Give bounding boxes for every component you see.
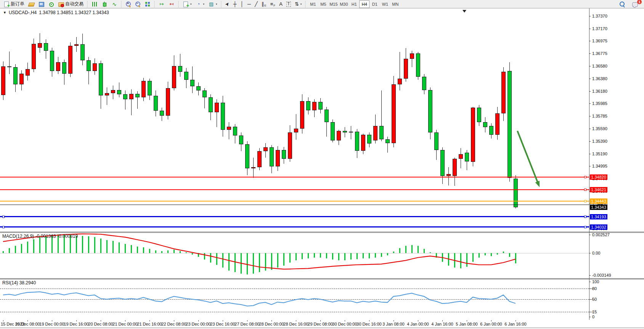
price-tick-label: 1.36180: [592, 89, 607, 94]
price-tick-label: 1.35390: [592, 139, 607, 144]
line-handle[interactable]: [584, 189, 586, 191]
rsi-tick-mark: [589, 282, 591, 282]
macd-zero-line: [0, 253, 589, 253]
timeframe-h4[interactable]: H4: [359, 0, 369, 8]
channel-button[interactable]: ∥E: [260, 0, 268, 8]
autotrade-icon: [58, 1, 64, 7]
tile-windows-button[interactable]: [143, 0, 153, 8]
chart-shift-button[interactable]: ↤: [167, 0, 177, 8]
line-handle[interactable]: [2, 226, 5, 228]
line-chart-button[interactable]: ∿: [109, 0, 119, 8]
rsi-tick-mark: [589, 317, 591, 317]
zoom-out-button[interactable]: −: [133, 0, 143, 8]
horizontal-line-object[interactable]: [0, 189, 589, 190]
horizontal-line-object[interactable]: [0, 177, 589, 177]
price-tick-label: 1.37170: [592, 26, 607, 31]
horizontal-line-object[interactable]: [0, 201, 589, 202]
zoom-out-icon: −: [135, 1, 141, 7]
macd-histogram-bar: [82, 236, 83, 253]
candlestick: [324, 110, 329, 122]
text-button[interactable]: A: [277, 0, 284, 8]
horizontal-line-object[interactable]: [0, 216, 589, 217]
rsi-tick-label: 80: [592, 286, 597, 291]
chart-shift-marker[interactable]: [463, 10, 466, 13]
candlestick: [379, 126, 384, 139]
candle-wick: [125, 90, 125, 110]
timeframe-w1[interactable]: W1: [380, 0, 390, 8]
macd-histogram-bar: [9, 248, 10, 253]
timeframe-h1[interactable]: H1: [349, 0, 359, 8]
price-tick-mark: [589, 66, 591, 66]
vertical-line-button[interactable]: │: [239, 0, 246, 8]
time-axis[interactable]: 15 Dec 202216 Dec 08:0019 Dec 00:0019 De…: [0, 320, 644, 327]
terminal-button[interactable]: [36, 0, 46, 8]
line-handle[interactable]: [584, 176, 586, 178]
timeframe-m1[interactable]: M1: [308, 0, 318, 8]
cursor-button[interactable]: ➤: [223, 0, 231, 8]
horizontal-line-object[interactable]: [0, 205, 589, 205]
line-handle[interactable]: [584, 216, 586, 218]
new-order-button[interactable]: 新订单: [2, 0, 26, 8]
symbol-dropdown-icon[interactable]: ▼: [3, 11, 6, 15]
candle-chart-button[interactable]: [100, 0, 109, 8]
search-button[interactable]: [617, 0, 627, 8]
fibonacci-button[interactable]: ≡F: [268, 0, 277, 8]
label-button[interactable]: T: [284, 0, 293, 8]
macd-histogram-bar: [430, 252, 431, 253]
auto-scroll-button[interactable]: ↦: [157, 0, 167, 8]
price-tick-mark: [589, 91, 591, 92]
trendline-button[interactable]: ╱: [253, 0, 260, 8]
templates-button[interactable]: ▨▾: [206, 0, 219, 8]
line-handle[interactable]: [584, 226, 586, 228]
timeframe-m30[interactable]: M30: [339, 0, 349, 8]
time-axis-label: 28 Dec 16:00: [283, 322, 308, 326]
pane-separator: [0, 279, 644, 279]
price-axis[interactable]: 1.373701.371701.369751.367751.365801.363…: [589, 8, 644, 320]
bar-chart-button[interactable]: [90, 0, 100, 8]
candle-wick: [229, 122, 229, 139]
candlestick: [276, 150, 280, 166]
macd-histogram-bar: [271, 253, 272, 270]
price-tick-mark: [589, 116, 591, 116]
line-handle[interactable]: [584, 200, 586, 202]
fibonacci-icon: ≡: [270, 2, 273, 7]
autotrade-button[interactable]: 自动交易: [56, 0, 85, 8]
signals-button[interactable]: [46, 0, 56, 8]
time-tick-mark: [247, 320, 247, 321]
chat-button[interactable]: 1: [630, 0, 640, 8]
horizontal-line-object[interactable]: [0, 226, 589, 227]
chart-window-button[interactable]: [26, 0, 36, 8]
indicators-button[interactable]: ▾: [181, 0, 194, 8]
candlestick: [337, 131, 341, 140]
horizontal-line-button[interactable]: ─: [246, 0, 253, 8]
line-handle[interactable]: [2, 216, 5, 218]
arrows-button[interactable]: ⇅▾: [293, 0, 304, 8]
macd-histogram-bar: [112, 241, 114, 253]
price-tick-label: 1.35985: [592, 101, 607, 106]
cursor-icon: ➤: [225, 2, 230, 7]
chart-area[interactable]: ▼ USDCAD-,H4 1.34798 1.34851 1.34327 1.3…: [0, 8, 644, 327]
macd-tick-label: 0.002527: [592, 232, 610, 237]
crosshair-button[interactable]: ┼: [231, 0, 238, 8]
chart-window-icon: [28, 1, 34, 7]
timeframe-mn[interactable]: MN: [390, 0, 400, 8]
candle-wick: [9, 52, 10, 74]
macd-histogram-bar: [247, 253, 248, 274]
timeframe-m5[interactable]: M5: [318, 0, 328, 8]
time-axis-label: 6 Jan 16:00: [504, 322, 527, 326]
periods-button[interactable]: ◔▾: [194, 0, 207, 8]
timeframe-m15[interactable]: M15: [328, 0, 339, 8]
candlestick: [190, 80, 194, 86]
macd-histogram-bar: [94, 237, 95, 253]
price-tick-mark: [589, 204, 591, 204]
candlestick: [343, 131, 347, 132]
time-axis-label: 22 Dec 08:00: [161, 322, 186, 326]
candlestick: [166, 88, 170, 116]
zoom-in-button[interactable]: +: [124, 0, 133, 8]
macd-histogram-bar: [15, 246, 16, 253]
pane-separator: [0, 232, 644, 233]
time-tick-mark: [149, 320, 150, 321]
macd-histogram-bar: [314, 253, 315, 257]
macd-histogram-bar: [167, 250, 169, 253]
timeframe-d1[interactable]: D1: [369, 0, 380, 8]
